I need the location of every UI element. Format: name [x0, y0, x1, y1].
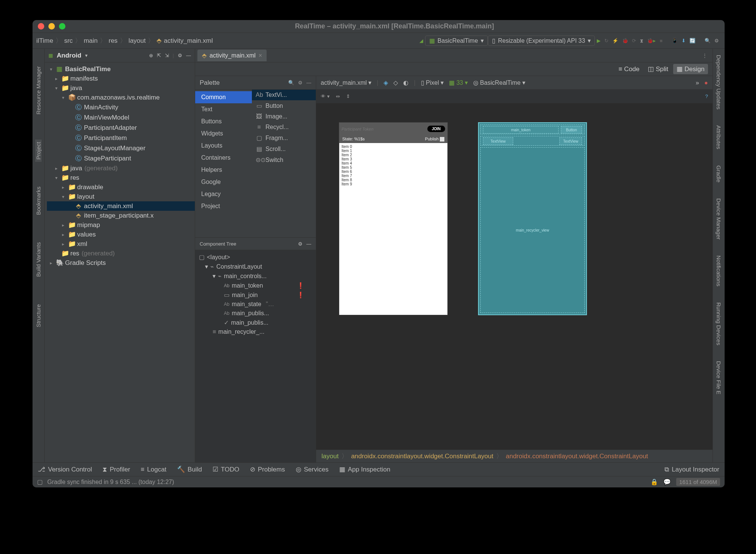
palette-item[interactable]: ▤Scroll... — [252, 143, 316, 154]
view-split[interactable]: ◫Split — [644, 64, 672, 74]
rail-running-devices[interactable]: Running Devices — [716, 300, 722, 347]
search-icon[interactable]: 🔍 — [288, 80, 294, 86]
palette-category[interactable]: Buttons — [195, 115, 252, 128]
palette-category[interactable]: Containers — [195, 152, 252, 164]
gear-icon[interactable]: ⚙ — [298, 80, 303, 86]
palette-category[interactable]: Common — [195, 91, 252, 103]
bottom-problems[interactable]: ⊘Problems — [250, 465, 285, 473]
join-button[interactable]: JOIN — [427, 126, 445, 132]
palette-category[interactable]: Layouts — [195, 140, 252, 152]
breadcrumb[interactable]: ilTime〉 src〉 main〉 res〉 layout〉 ⬘ activi… — [36, 36, 213, 45]
bottom-todo[interactable]: ☑TODO — [213, 465, 239, 473]
rail-resource-manager[interactable]: Resource Manager — [35, 64, 42, 117]
run-button[interactable]: ▶ — [597, 38, 601, 44]
api-dropdown[interactable]: ▦ 33 ▾ — [449, 79, 468, 86]
overflow-icon[interactable]: » — [695, 79, 699, 86]
chevron-down-icon[interactable]: ▾ — [85, 53, 88, 58]
minimize-icon[interactable]: — — [306, 80, 311, 86]
hammer-icon[interactable]: ◢ — [419, 38, 423, 44]
device-dropdown[interactable]: ▯Resizable (Experimental) API 33▾ — [488, 36, 595, 46]
bottom-build[interactable]: 🔨Build — [177, 465, 202, 473]
pan-icon[interactable]: ⇔ — [336, 93, 340, 99]
target-icon[interactable]: ⊕ — [149, 53, 153, 58]
rail-notifications[interactable]: Notifications — [716, 253, 722, 289]
more-tabs-icon[interactable]: ⋮ — [702, 53, 713, 58]
project-tree[interactable]: ▾▦BasicRealTime ▸📁manifests ▾📁java ▾📦com… — [45, 62, 195, 462]
rail-attributes[interactable]: Attributes — [716, 123, 722, 151]
palette-category[interactable]: Text — [195, 103, 252, 115]
gear-icon[interactable]: ⚙ — [298, 241, 303, 247]
rerun-icon[interactable]: ↻ — [604, 38, 609, 44]
terminal-icon[interactable]: ▢ — [37, 478, 43, 486]
sync-icon[interactable]: 🔄 — [689, 38, 695, 44]
palette-category[interactable]: Project — [195, 200, 252, 212]
close-button[interactable] — [38, 23, 44, 30]
memory-indicator[interactable]: 1611 of 4096M — [676, 478, 720, 486]
bottom-vc[interactable]: ⎇Version Control — [38, 465, 92, 473]
rail-dependency-updates[interactable]: Dependency Updates — [716, 53, 722, 112]
avd-icon[interactable]: 📱 — [672, 38, 678, 44]
notification-icon[interactable]: 💬 — [663, 478, 671, 486]
palette-category[interactable]: Helpers — [195, 164, 252, 176]
editor-tab[interactable]: ⬘ activity_main.xml × — [197, 50, 267, 61]
bottom-inspection[interactable]: ▦App Inspection — [339, 465, 390, 473]
view-design[interactable]: ▦Design — [673, 64, 708, 74]
blueprint-view[interactable]: main_token Button TextView TextView main… — [478, 122, 587, 315]
stop-icon[interactable]: ■ — [660, 38, 663, 44]
nav-path[interactable]: layout〉 androidx.constraintlayout.widget… — [316, 450, 713, 462]
palette-item[interactable]: AbTextVi... — [252, 90, 316, 100]
device-preview[interactable]: JOIN State: %1$s Publish Item 0 Item 1 I… — [339, 122, 448, 315]
rail-device-file[interactable]: Device File E — [716, 359, 722, 397]
palette-category[interactable]: Google — [195, 176, 252, 188]
zoom-button[interactable] — [59, 23, 65, 30]
attach-debugger-icon[interactable]: 🐞▸ — [647, 38, 656, 44]
help-icon[interactable]: ? — [705, 93, 708, 99]
rail-bookmarks[interactable]: Bookmarks — [35, 184, 42, 217]
project-view-label[interactable]: Android — [57, 52, 81, 59]
debug-button[interactable]: 🐞 — [622, 38, 628, 44]
rotate-icon[interactable]: ◇ — [393, 79, 398, 86]
component-tree[interactable]: ▢<layout> ▾⌁ConstraintLayout ▾⌁main_cont… — [195, 250, 316, 339]
theme-dropdown[interactable]: ◎ BasicRealTime ▾ — [473, 79, 525, 86]
palette-item[interactable]: 🖼Image... — [252, 111, 316, 122]
palette-category[interactable]: Widgets — [195, 128, 252, 140]
rail-structure[interactable]: Structure — [35, 302, 42, 330]
search-icon[interactable]: 🔍 — [705, 38, 711, 44]
palette-category[interactable]: Legacy — [195, 188, 252, 200]
settings-icon[interactable]: ⚙ — [714, 38, 719, 44]
zoom-icon[interactable]: ⇕ — [346, 93, 350, 99]
rail-build-variants[interactable]: Build Variants — [35, 240, 42, 279]
expand-icon[interactable]: ⇲ — [165, 53, 169, 58]
palette-item[interactable]: ⊝⊙Switch — [252, 154, 316, 165]
lock-icon[interactable]: 🔒 — [650, 478, 658, 486]
minimize-icon[interactable]: — — [306, 241, 311, 247]
palette-item[interactable]: ▭Button — [252, 100, 316, 111]
profile-icon[interactable]: ⧗ — [640, 38, 643, 44]
layers-icon[interactable]: ◈ — [383, 79, 388, 86]
palette-item[interactable]: ▢Fragm... — [252, 132, 316, 143]
minimize-button[interactable] — [48, 23, 55, 30]
bottom-logcat[interactable]: ≡Logcat — [141, 466, 166, 473]
coverage-icon[interactable]: ⟳ — [632, 38, 636, 44]
rail-device-manager[interactable]: Device Manager — [716, 196, 722, 242]
warning-icon[interactable]: ● — [704, 79, 708, 86]
gear-icon[interactable]: ⚙ — [178, 53, 182, 58]
sdk-icon[interactable]: ⬇ — [681, 38, 686, 44]
eye-icon[interactable]: 👁 ▾ — [321, 93, 330, 99]
token-input[interactable] — [342, 127, 427, 131]
nightmode-icon[interactable]: ◐ — [403, 79, 408, 86]
hide-icon[interactable]: — — [186, 53, 191, 58]
apply-changes-icon[interactable]: ⚡ — [612, 38, 618, 44]
device-dropdown[interactable]: ▯ Pixel ▾ — [421, 79, 444, 86]
bottom-services[interactable]: ◎Services — [296, 465, 329, 473]
file-dropdown[interactable]: activity_main.xml ▾ — [321, 79, 371, 86]
rail-project[interactable]: Project — [35, 140, 42, 162]
palette-item[interactable]: ≡Recycl... — [252, 122, 316, 132]
publish-checkbox[interactable] — [440, 137, 444, 142]
bottom-profiler[interactable]: ⧗Profiler — [102, 466, 130, 473]
run-config-dropdown[interactable]: ▦BasicRealTime▾ — [425, 36, 488, 46]
view-code[interactable]: ≡Code — [615, 64, 643, 74]
collapse-icon[interactable]: ⇱ — [157, 53, 161, 58]
rail-gradle[interactable]: Gradle — [716, 163, 722, 185]
bottom-layout-inspector[interactable]: ⧉Layout Inspector — [664, 466, 719, 473]
